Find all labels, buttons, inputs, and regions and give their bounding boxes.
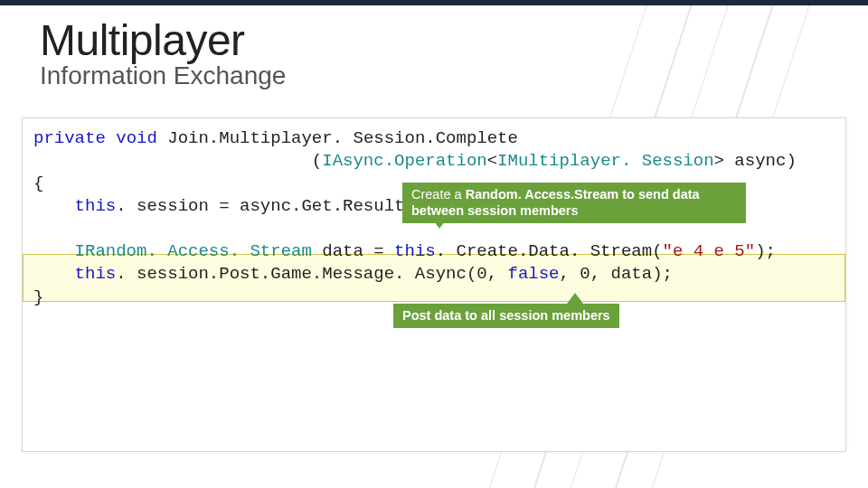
page-subtitle: Information Exchange [40,61,868,90]
callout-create-stream: Create a Random. Access.Stream to send d… [402,183,746,223]
kw-this-3: this [75,264,117,284]
kw-this-2: this [394,241,436,261]
kw-false: false [508,264,560,284]
page-title: Multiplayer [40,18,868,63]
kw-this-1: this [75,196,117,216]
callout-post-data: Post data to all session members [393,304,619,328]
string-literal: "e 4 e 5" [663,241,756,261]
callout-arrow-2 [567,293,583,304]
type-iasync: IAsync.Operation [322,151,486,171]
slide-header: Multiplayer Information Exchange [0,5,868,90]
type-imultiplayer: IMultiplayer. Session [497,151,713,171]
kw-private: private [33,128,106,148]
type-irandom: IRandom. Access. Stream [75,241,312,261]
kw-void: void [116,128,157,148]
code-panel: private void Join.Multiplayer. Session.C… [22,117,846,452]
